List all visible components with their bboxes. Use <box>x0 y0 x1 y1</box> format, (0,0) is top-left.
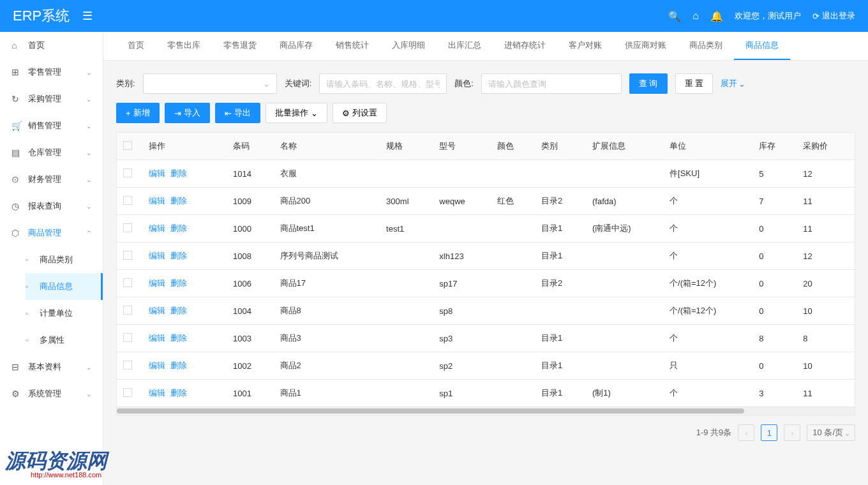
edit-link[interactable]: 编辑 <box>149 361 165 370</box>
row-checkbox[interactable] <box>123 196 132 205</box>
delete-link[interactable]: 删除 <box>170 388 187 398</box>
tab[interactable]: 首页 <box>116 32 156 60</box>
row-checkbox[interactable] <box>123 223 132 232</box>
cell-retail: 22 <box>853 215 855 243</box>
batch-button[interactable]: 批量操作 ⌄ <box>266 103 327 123</box>
cell-stock: 7 <box>752 188 797 215</box>
edit-link[interactable]: 编辑 <box>149 223 165 233</box>
welcome-text: 欢迎您，测试用户 <box>735 10 801 22</box>
cell-buy: 11 <box>797 188 853 215</box>
sidebar-subitem[interactable]: ▫计量单位 <box>26 300 103 327</box>
filter-bar: 类别: 关键词: 颜色: 查 询 重 置 展开 ⌄ <box>116 73 855 94</box>
tab[interactable]: 供应商对账 <box>613 32 678 60</box>
next-page-button[interactable]: › <box>784 424 800 441</box>
prev-page-button[interactable]: ‹ <box>738 424 754 441</box>
cell-ext <box>586 325 663 352</box>
tab[interactable]: 客户对账 <box>557 32 613 60</box>
row-checkbox[interactable] <box>123 168 132 177</box>
cell-code: 1014 <box>227 160 273 188</box>
sidebar-item[interactable]: ⌂首页 <box>0 32 103 59</box>
table-row: 编辑删除 1002 商品2 sp2 目录1 只 0 10 15 15 13 <box>117 352 855 380</box>
row-checkbox[interactable] <box>123 251 132 260</box>
row-checkbox[interactable] <box>123 333 132 342</box>
cell-cat: 目录1 <box>535 380 586 407</box>
table-row: 编辑删除 1004 商品8 sp8 个/(箱=12个) 0 10 20 20 2… <box>117 297 855 325</box>
page-number[interactable]: 1 <box>761 424 777 441</box>
delete-link[interactable]: 删除 <box>170 168 187 178</box>
color-input[interactable] <box>481 73 622 94</box>
export-button[interactable]: ⇤ 导出 <box>215 103 260 123</box>
sidebar-sublabel: 商品类别 <box>40 254 73 265</box>
cell-stock: 0 <box>752 297 797 325</box>
cell-spec <box>380 270 433 297</box>
row-checkbox[interactable] <box>123 361 132 369</box>
menu-toggle-icon[interactable]: ☰ <box>82 9 93 23</box>
tab[interactable]: 商品库存 <box>268 32 324 60</box>
tab[interactable]: 销售统计 <box>324 32 380 60</box>
edit-link[interactable]: 编辑 <box>149 168 165 178</box>
delete-link[interactable]: 删除 <box>170 278 187 288</box>
edit-link[interactable]: 编辑 <box>149 196 165 205</box>
search-icon[interactable]: 🔍 <box>668 10 681 22</box>
table-row: 编辑删除 1003 商品3 sp3 目录1 个 8 8 15 14 13 <box>117 325 855 352</box>
page-size-select[interactable]: 10 条/页 <box>807 424 855 441</box>
cell-model: sp8 <box>433 297 491 325</box>
reset-button[interactable]: 重 置 <box>675 73 714 94</box>
main-tabs: 首页零售出库零售退货商品库存销售统计入库明细出库汇总进销存统计客户对账供应商对账… <box>103 32 868 61</box>
row-checkbox[interactable] <box>123 278 132 287</box>
sidebar-subitem[interactable]: ▫商品类别 <box>26 246 103 273</box>
cell-color <box>491 243 535 270</box>
logout-button[interactable]: ⟳ 退出登录 <box>812 10 855 22</box>
column-header: 规格 <box>380 133 433 160</box>
import-button[interactable]: ⇥ 导入 <box>165 103 210 123</box>
tab[interactable]: 商品类别 <box>678 32 734 60</box>
tab[interactable]: 零售出库 <box>156 32 212 60</box>
edit-link[interactable]: 编辑 <box>149 333 165 343</box>
tab[interactable]: 商品信息 <box>734 32 790 60</box>
delete-link[interactable]: 删除 <box>170 306 187 315</box>
sidebar-item[interactable]: ↻采购管理⌄ <box>0 86 103 112</box>
cell-cat: 目录1 <box>535 215 586 243</box>
add-button[interactable]: + 新增 <box>116 103 160 123</box>
keyword-input[interactable] <box>319 73 447 94</box>
edit-link[interactable]: 编辑 <box>149 251 165 260</box>
home-icon[interactable]: ⌂ <box>692 10 699 22</box>
cell-spec <box>380 243 433 270</box>
query-button[interactable]: 查 询 <box>629 73 668 94</box>
cell-code: 1000 <box>227 215 273 243</box>
sidebar-item[interactable]: ⊙财务管理⌄ <box>0 166 103 193</box>
row-checkbox[interactable] <box>123 306 132 315</box>
edit-link[interactable]: 编辑 <box>149 388 165 398</box>
tab[interactable]: 进销存统计 <box>493 32 557 60</box>
cell-stock: 5 <box>752 160 797 188</box>
sidebar-item[interactable]: ⚙系统管理⌄ <box>0 380 103 407</box>
bell-icon[interactable]: 🔔 <box>710 10 723 22</box>
edit-link[interactable]: 编辑 <box>149 278 165 288</box>
columns-button[interactable]: ⚙ 列设置 <box>333 103 387 123</box>
delete-link[interactable]: 删除 <box>170 361 187 370</box>
delete-link[interactable]: 删除 <box>170 251 187 260</box>
tab[interactable]: 零售退货 <box>212 32 268 60</box>
tab[interactable]: 入库明细 <box>380 32 437 60</box>
sidebar-item[interactable]: ⊞零售管理⌄ <box>0 59 103 86</box>
edit-link[interactable]: 编辑 <box>149 306 165 315</box>
delete-link[interactable]: 删除 <box>170 333 187 343</box>
sidebar-label: 系统管理 <box>28 388 61 399</box>
horizontal-scrollbar[interactable] <box>117 407 855 415</box>
sidebar-item[interactable]: 🛒销售管理⌄ <box>0 112 103 139</box>
delete-link[interactable]: 删除 <box>170 196 187 205</box>
sidebar-item[interactable]: ⬡商品管理⌃ <box>0 220 103 246</box>
sidebar-item[interactable]: ◷报表查询⌄ <box>0 193 103 220</box>
sidebar-subitem[interactable]: ▫多属性 <box>26 327 103 354</box>
sidebar-item[interactable]: ⊟基本资料⌄ <box>0 354 103 380</box>
delete-link[interactable]: 删除 <box>170 223 187 233</box>
row-checkbox[interactable] <box>123 388 132 397</box>
cell-ext <box>586 352 663 380</box>
sidebar-sublabel: 多属性 <box>40 334 64 346</box>
tab[interactable]: 出库汇总 <box>437 32 493 60</box>
category-select[interactable] <box>143 73 277 94</box>
sidebar-item[interactable]: ▤仓库管理⌄ <box>0 139 103 166</box>
expand-link[interactable]: 展开 ⌄ <box>721 78 745 89</box>
sidebar-subitem[interactable]: ▫商品信息 <box>26 273 103 300</box>
select-all-checkbox[interactable] <box>123 141 132 150</box>
